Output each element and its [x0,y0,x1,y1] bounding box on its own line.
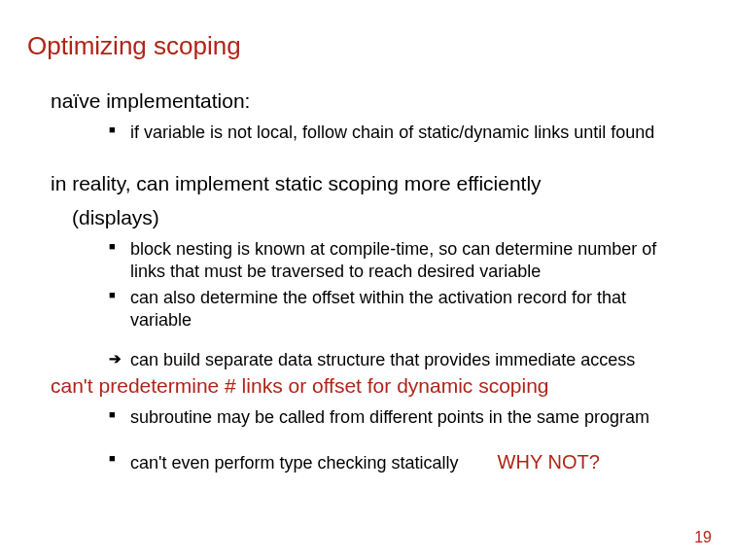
why-not-text: WHY NOT? [498,450,600,475]
section3-bullets: subroutine may be called from different … [109,406,688,475]
list-item: can't even perform type checking statica… [109,450,688,475]
section2-arrow-line: can build separate data structure that p… [109,349,688,371]
arrow-text: can build separate data structure that p… [130,350,635,369]
list-item: can also determine the offset within the… [109,287,688,332]
page-number: 19 [694,529,712,546]
section2-heading-line2: (displays) [51,205,708,230]
section3-heading: can't predetermine # links or offset for… [51,373,708,399]
section2-heading-line1: in reality, can implement static scoping… [51,171,708,196]
bullet-text: can't even perform type checking statica… [130,452,459,474]
slide-container: Optimizing scoping naïve implementation:… [0,0,735,560]
list-item: block nesting is known at compile-time, … [109,238,688,283]
section1-bullets: if variable is not local, follow chain o… [109,122,688,144]
section1-heading: naïve implementation: [51,88,708,114]
list-item: subroutine may be called from different … [109,406,688,429]
list-item: if variable is not local, follow chain o… [109,122,688,144]
slide-title: Optimizing scoping [27,31,708,61]
section2-bullets: block nesting is known at compile-time, … [109,238,688,332]
